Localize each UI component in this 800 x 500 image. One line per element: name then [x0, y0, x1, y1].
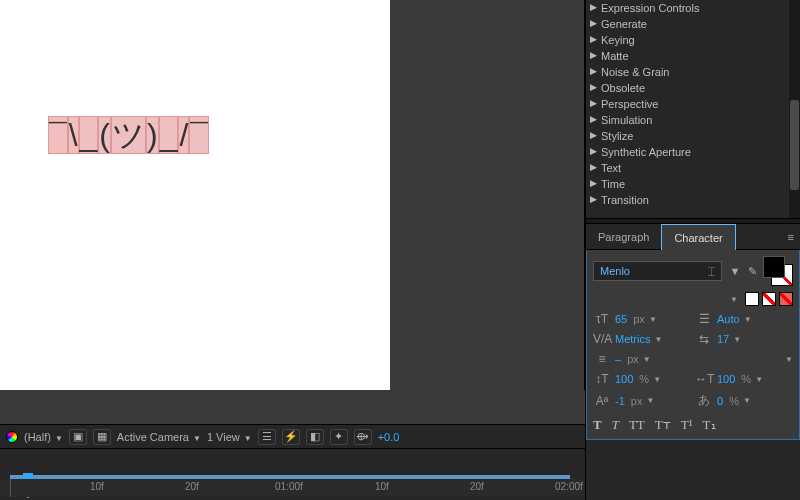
guides-icon[interactable]: ☰: [258, 429, 276, 445]
roi-icon[interactable]: ▣: [69, 429, 87, 445]
effects-category[interactable]: ▶Generate: [586, 16, 800, 32]
subscript-button[interactable]: T₁: [703, 417, 716, 433]
exposure-value[interactable]: +0.0: [378, 431, 400, 443]
effects-category[interactable]: ▶Text: [586, 160, 800, 176]
eyedropper-icon[interactable]: ✎: [748, 265, 757, 278]
text-cursor-icon: ⌶: [708, 265, 715, 277]
transparency-grid-icon[interactable]: ▦: [93, 429, 111, 445]
horizontal-scale-icon: ↔T: [695, 372, 713, 386]
tsume-icon: あ: [695, 392, 713, 409]
disclosure-triangle-icon: ▶: [590, 162, 597, 172]
effects-category[interactable]: ▶Synthetic Aperture: [586, 144, 800, 160]
views-dropdown[interactable]: 1 View▼: [207, 431, 252, 443]
swatch-white[interactable]: [745, 292, 759, 306]
render-icon[interactable]: ⟴: [354, 429, 372, 445]
tracking-value[interactable]: 17: [717, 333, 729, 345]
effects-category[interactable]: ▶Simulation: [586, 112, 800, 128]
color-management-icon[interactable]: [6, 431, 18, 443]
disclosure-triangle-icon: ▶: [590, 114, 597, 124]
font-family-text[interactable]: [600, 265, 708, 277]
effects-presets-list[interactable]: ▶Expression Controls ▶Generate ▶Keying ▶…: [586, 0, 800, 218]
chevron-down-icon[interactable]: ▼: [653, 375, 661, 384]
disclosure-triangle-icon: ▶: [590, 2, 597, 12]
chevron-down-icon[interactable]: ▼: [646, 396, 654, 405]
vertical-scale-value[interactable]: 100: [615, 373, 633, 385]
tsume-value[interactable]: 0: [717, 395, 723, 407]
tab-character[interactable]: Character: [661, 224, 735, 250]
effects-category[interactable]: ▶Transition: [586, 192, 800, 208]
viewer-toolbar: (Half)▼ ▣ ▦ Active Camera▼ 1 View▼ ☰ ⚡ ◧…: [0, 424, 585, 448]
font-style-dropdown[interactable]: ▼: [727, 295, 741, 304]
font-family-input[interactable]: ⌶: [593, 261, 722, 281]
faux-bold-button[interactable]: T: [593, 417, 602, 433]
font-dropdown-icon[interactable]: ▼: [728, 265, 742, 277]
faux-italic-button[interactable]: T: [612, 417, 619, 433]
channel-icon[interactable]: ⚡: [282, 429, 300, 445]
baseline-shift-icon: Aª: [593, 394, 611, 408]
scrollbar[interactable]: [789, 0, 800, 218]
effects-category[interactable]: ▶Time: [586, 176, 800, 192]
character-panel: ⌶ ▼ ✎ ▼ τT 65 px ▼ ☰: [587, 250, 799, 439]
chevron-down-icon[interactable]: ▼: [733, 335, 741, 344]
time-ruler[interactable]: 10f 20f 01:00f 10f 20f 02:00f: [0, 479, 585, 497]
horizontal-scale-value[interactable]: 100: [717, 373, 735, 385]
effects-category[interactable]: ▶Expression Controls: [586, 0, 800, 16]
disclosure-triangle-icon: ▶: [590, 82, 597, 92]
chevron-down-icon[interactable]: ▼: [744, 315, 752, 324]
disclosure-triangle-icon: ▶: [590, 98, 597, 108]
small-caps-button[interactable]: Tᴛ: [655, 417, 671, 433]
stroke-width-icon: ≡: [593, 352, 611, 366]
panel-tabs: Paragraph Character ≡: [586, 224, 800, 250]
timeline-panel[interactable]: 10f 20f 01:00f 10f 20f 02:00f: [0, 448, 585, 500]
kerning-value[interactable]: Metrics: [615, 333, 650, 345]
ruler-tick: 02:00f: [555, 481, 583, 492]
ruler-tick: 20f: [185, 481, 199, 492]
chevron-down-icon[interactable]: ▼: [743, 396, 751, 405]
disclosure-triangle-icon: ▶: [590, 178, 597, 188]
snapshot-icon[interactable]: ✦: [330, 429, 348, 445]
leading-icon: ☰: [695, 312, 713, 326]
disclosure-triangle-icon: ▶: [590, 66, 597, 76]
effects-category[interactable]: ▶Noise & Grain: [586, 64, 800, 80]
ruler-tick: 10f: [375, 481, 389, 492]
effects-category[interactable]: ▶Stylize: [586, 128, 800, 144]
type-style-buttons: T T TT Tᴛ T¹ T₁: [593, 415, 793, 433]
font-size-value[interactable]: 65: [615, 313, 627, 325]
fill-stroke-swatch[interactable]: [763, 256, 793, 286]
effects-category[interactable]: ▶Matte: [586, 48, 800, 64]
swatch-none[interactable]: [762, 292, 776, 306]
tab-paragraph[interactable]: Paragraph: [586, 224, 661, 250]
effects-category[interactable]: ▶Obsolete: [586, 80, 800, 96]
superscript-button[interactable]: T¹: [681, 417, 693, 433]
leading-value[interactable]: Auto: [717, 313, 740, 325]
disclosure-triangle-icon: ▶: [590, 18, 597, 28]
camera-dropdown[interactable]: Active Camera▼: [117, 431, 201, 443]
resolution-dropdown[interactable]: (Half)▼: [24, 431, 63, 443]
composition-viewer[interactable]: ¯\_(ツ)_/¯: [0, 0, 390, 390]
reset-exposure-icon[interactable]: ◧: [306, 429, 324, 445]
ruler-tick: 20f: [470, 481, 484, 492]
baseline-shift-value[interactable]: -1: [615, 395, 625, 407]
disclosure-triangle-icon: ▶: [590, 130, 597, 140]
disclosure-triangle-icon: ▶: [590, 34, 597, 44]
chevron-down-icon[interactable]: ▼: [654, 335, 662, 344]
stroke-width-value[interactable]: –: [615, 353, 621, 365]
ruler-tick: 10f: [90, 481, 104, 492]
kerning-icon: V/A: [593, 332, 611, 346]
ruler-tick: 01:00f: [275, 481, 303, 492]
disclosure-triangle-icon: ▶: [590, 194, 597, 204]
swatch-stroke-none[interactable]: [779, 292, 793, 306]
vertical-scale-icon: ↕T: [593, 372, 611, 386]
effects-category[interactable]: ▶Keying: [586, 32, 800, 48]
all-caps-button[interactable]: TT: [629, 417, 645, 433]
stroke-options-dropdown[interactable]: ▼: [785, 355, 793, 364]
chevron-down-icon[interactable]: ▼: [643, 355, 651, 364]
tracking-icon: ⇆: [695, 332, 713, 346]
text-layer-shrug[interactable]: ¯\_(ツ)_/¯: [48, 116, 209, 154]
chevron-down-icon[interactable]: ▼: [755, 375, 763, 384]
font-size-icon: τT: [593, 312, 611, 326]
chevron-down-icon[interactable]: ▼: [649, 315, 657, 324]
panel-menu-icon[interactable]: ≡: [788, 231, 794, 243]
disclosure-triangle-icon: ▶: [590, 146, 597, 156]
effects-category[interactable]: ▶Perspective: [586, 96, 800, 112]
